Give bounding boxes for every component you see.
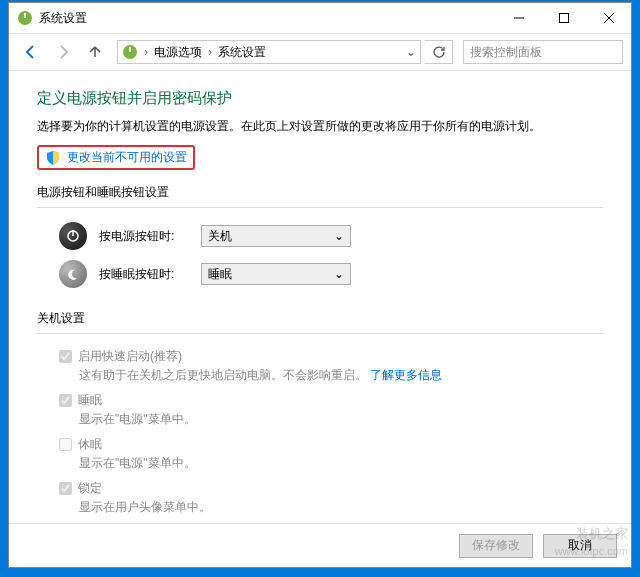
- breadcrumb-item[interactable]: 电源选项: [154, 44, 202, 61]
- change-unavailable-link[interactable]: 更改当前不可用的设置: [37, 145, 195, 170]
- fast-startup-checkbox: 启用快速启动(推荐): [59, 348, 603, 365]
- settings-window: 系统设置 › 电源选项 › 系统设置 ⌄ 搜索控制面板 定义电源按钮并启用密码保…: [8, 2, 632, 568]
- lock-desc: 显示在用户头像菜单中。: [79, 499, 603, 516]
- footer: 保存修改 取消: [9, 523, 631, 567]
- chevron-right-icon: ›: [144, 45, 148, 59]
- minimize-button[interactable]: [496, 3, 541, 33]
- shutdown-section-title: 关机设置: [37, 310, 603, 327]
- chevron-down-icon: ⌄: [334, 229, 344, 243]
- power-button-row: 按电源按钮时: 关机 ⌄: [59, 222, 603, 250]
- sleep-button-row: 按睡眠按钮时: 睡眠 ⌄: [59, 260, 603, 288]
- refresh-button[interactable]: [425, 40, 453, 64]
- chevron-right-icon: ›: [208, 45, 212, 59]
- learn-more-link[interactable]: 了解更多信息: [370, 368, 442, 382]
- chevron-down-icon: ⌄: [334, 267, 344, 281]
- hibernate-checkbox: 休眠: [59, 436, 603, 453]
- page-heading: 定义电源按钮并启用密码保护: [37, 89, 603, 108]
- cancel-button[interactable]: 取消: [543, 534, 617, 558]
- close-button[interactable]: [586, 3, 631, 33]
- address-bar[interactable]: › 电源选项 › 系统设置 ⌄: [117, 40, 421, 64]
- window-title: 系统设置: [39, 10, 496, 27]
- sleep-desc: 显示在"电源"菜单中。: [79, 411, 603, 428]
- divider: [37, 207, 603, 208]
- sleep-icon: [59, 260, 87, 288]
- content-area: 定义电源按钮并启用密码保护 选择要为你的计算机设置的电源设置。在此页上对设置所做…: [9, 71, 631, 523]
- power-icon: [59, 222, 87, 250]
- sleep-button-label: 按睡眠按钮时:: [99, 266, 189, 283]
- maximize-button[interactable]: [541, 3, 586, 33]
- fast-startup-desc: 这有助于在关机之后更快地启动电脑。不会影响重启。 了解更多信息: [79, 367, 603, 384]
- lock-checkbox: 锁定: [59, 480, 603, 497]
- save-button[interactable]: 保存修改: [459, 534, 533, 558]
- power-button-select[interactable]: 关机 ⌄: [201, 225, 351, 247]
- app-icon: [17, 10, 33, 26]
- shield-icon: [45, 150, 61, 166]
- svg-rect-3: [559, 14, 568, 23]
- sleep-checkbox: 睡眠: [59, 392, 603, 409]
- chevron-down-icon[interactable]: ⌄: [406, 45, 416, 59]
- divider: [37, 333, 603, 334]
- svg-rect-7: [129, 47, 131, 52]
- location-icon: [122, 44, 138, 60]
- toolbar: › 电源选项 › 系统设置 ⌄ 搜索控制面板: [9, 33, 631, 71]
- search-input[interactable]: 搜索控制面板: [463, 40, 623, 64]
- buttons-section-title: 电源按钮和睡眠按钮设置: [37, 184, 603, 201]
- up-button[interactable]: [81, 38, 109, 66]
- forward-button[interactable]: [49, 38, 77, 66]
- power-button-label: 按电源按钮时:: [99, 228, 189, 245]
- svg-rect-1: [24, 13, 26, 18]
- breadcrumb-item[interactable]: 系统设置: [218, 44, 266, 61]
- sleep-button-select[interactable]: 睡眠 ⌄: [201, 263, 351, 285]
- back-button[interactable]: [17, 38, 45, 66]
- hibernate-desc: 显示在"电源"菜单中。: [79, 455, 603, 472]
- page-description: 选择要为你的计算机设置的电源设置。在此页上对设置所做的更改将应用于你所有的电源计…: [37, 118, 603, 135]
- titlebar: 系统设置: [9, 3, 631, 33]
